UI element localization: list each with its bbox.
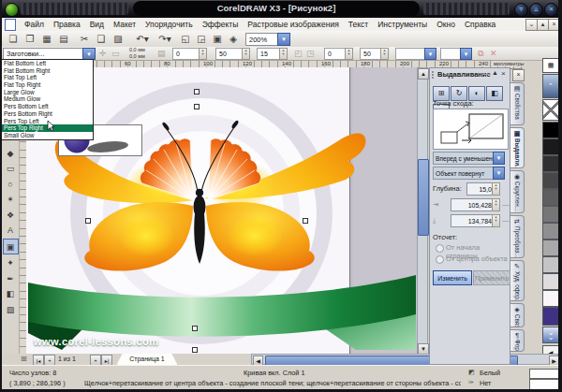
menu-tools[interactable]: Инструменты xyxy=(373,20,432,29)
docker-panel-close-icon[interactable]: × xyxy=(512,69,525,81)
new-document-icon[interactable]: ❏ xyxy=(6,32,21,46)
basic-shapes-tool[interactable]: ❖ xyxy=(4,208,18,222)
selection-handle[interactable] xyxy=(194,89,200,94)
extrude-type-arrow[interactable]: ▼ xyxy=(493,152,505,165)
palette-no-color-swatch[interactable] xyxy=(542,99,559,121)
docker-tab-links[interactable]: ◈Связ... xyxy=(510,303,525,327)
fade-spinner[interactable]: ▲▼ xyxy=(345,48,353,60)
palette-menu-icon[interactable]: ▦ xyxy=(542,58,559,73)
clear-shadow-icon[interactable]: ✕ xyxy=(490,49,497,58)
menu-view[interactable]: Вид xyxy=(85,20,109,29)
menu-file[interactable]: Файл xyxy=(20,20,49,29)
close-button[interactable]: × xyxy=(544,3,558,17)
selection-handle[interactable] xyxy=(192,347,198,353)
vp-x-field[interactable]: 105,428 xyxy=(451,198,495,211)
application-launcher-icon[interactable]: ▣ xyxy=(210,32,225,46)
export-icon[interactable]: ◲ xyxy=(194,32,209,46)
origin-object-radio[interactable] xyxy=(436,255,444,264)
vp-y-field[interactable]: 134,784 xyxy=(451,214,495,227)
zoom-dropdown-arrow[interactable]: ▼ xyxy=(277,33,290,46)
origin-object-label[interactable]: От центра объекта xyxy=(446,254,508,263)
vp-property-combo[interactable]: Объект повернут xyxy=(433,167,495,180)
paste-icon[interactable]: ▨ xyxy=(111,32,126,46)
docker-tab-properties[interactable]: ▤Свойства xyxy=(510,82,525,125)
palette-swatch[interactable] xyxy=(542,138,559,155)
selection-handle[interactable] xyxy=(303,218,308,224)
origin-page-radio[interactable] xyxy=(436,244,444,253)
menu-help[interactable]: Справка xyxy=(460,20,500,29)
opacity-spinner[interactable]: ▲▼ xyxy=(242,48,250,60)
menu-window[interactable]: Окно xyxy=(432,20,460,29)
text-tool[interactable]: A xyxy=(4,224,18,238)
docker-tab-transformations[interactable]: ⇄Преобраз... xyxy=(510,215,525,258)
depth-spinner[interactable]: ▲▼ xyxy=(492,182,500,196)
undo-icon[interactable]: ↶▾ xyxy=(131,32,154,46)
outline-tool[interactable]: ✒ xyxy=(4,271,18,285)
palette-swatch[interactable] xyxy=(542,240,559,256)
menu-edit[interactable]: Правка xyxy=(49,20,85,29)
print-icon[interactable]: ▤ xyxy=(56,32,71,46)
zoom-level-field[interactable]: 200% xyxy=(245,33,280,46)
vp-x-spinner[interactable]: ▲▼ xyxy=(492,198,500,211)
feather-direction-icon[interactable]: ◰ xyxy=(294,49,303,58)
copy-icon[interactable]: ❑ xyxy=(94,32,109,46)
palette-swatch[interactable] xyxy=(542,172,559,189)
apply-button[interactable]: Применить xyxy=(473,270,510,285)
extrude-color-icon[interactable]: ◧ xyxy=(486,86,503,101)
vertical-scroll-thumb[interactable] xyxy=(418,159,429,236)
selection-handle[interactable] xyxy=(192,326,198,331)
palette-swatch[interactable] xyxy=(542,122,559,138)
shadow-color-arrow[interactable]: ▼ xyxy=(424,48,436,60)
vp-property-arrow[interactable]: ▼ xyxy=(493,167,505,180)
scroll-up-icon[interactable]: ▲ xyxy=(418,68,429,80)
rectangle-tool[interactable]: ▭ xyxy=(4,162,18,176)
feather-spinner[interactable]: ▲▼ xyxy=(279,48,288,60)
maximize-button[interactable]: ▵ xyxy=(529,3,543,17)
fill-color-swatch[interactable] xyxy=(529,369,559,379)
menu-layout[interactable]: Макет xyxy=(109,20,140,29)
palette-scroll-down-icon[interactable]: ⌄⌄ xyxy=(542,327,559,343)
window-menu-button[interactable] xyxy=(5,3,19,17)
redo-icon[interactable]: ↷▾ xyxy=(154,32,176,46)
palette-swatch[interactable] xyxy=(542,155,559,172)
palette-swatch[interactable] xyxy=(542,307,559,326)
preset-option[interactable]: Large Glow xyxy=(2,89,93,96)
import-icon[interactable]: ◱ xyxy=(178,32,193,46)
extrude-type-combo[interactable]: Вперед с уменьшением xyxy=(433,152,495,165)
minimize-button[interactable]: ▿ xyxy=(514,3,528,17)
selection-handle[interactable] xyxy=(85,218,91,224)
docker-tab-format[interactable]: ¶Формат xyxy=(510,329,525,352)
corel-online-icon[interactable]: ◈ xyxy=(226,32,241,46)
menu-text[interactable]: Текст xyxy=(344,20,373,29)
edit-button[interactable]: Изменить xyxy=(433,270,472,285)
feather-edge-icon[interactable]: ◳ xyxy=(306,49,315,58)
docker-tab-extrude[interactable]: ▣Выдавли... xyxy=(510,127,525,168)
copy-shadow-icon[interactable]: ⧉ xyxy=(478,49,483,59)
depth-field[interactable]: 15,0 xyxy=(466,182,495,196)
shadow-color-swatch-2[interactable] xyxy=(440,48,461,60)
selection-handle[interactable] xyxy=(194,104,200,109)
cut-icon[interactable]: ✂ xyxy=(77,32,92,46)
palette-swatch[interactable] xyxy=(542,290,559,307)
interactive-fill-tool[interactable]: ▨ xyxy=(4,302,18,316)
vertical-scrollbar[interactable]: ▲ ▼ xyxy=(417,67,428,354)
menu-effects[interactable]: Эффекты xyxy=(198,20,244,29)
preset-option[interactable]: Flat Top Right xyxy=(2,81,93,89)
menu-arrange[interactable]: Упорядочить xyxy=(140,20,198,29)
docker-drag-handle[interactable] xyxy=(432,71,436,79)
preset-option[interactable]: Pers Bottom Right xyxy=(2,110,93,118)
docker-tab-fillet[interactable]: ◉Скруглен... xyxy=(510,170,525,213)
preset-option[interactable]: Pers Bottom Left xyxy=(2,103,93,110)
palette-swatch[interactable] xyxy=(542,206,559,223)
palette-swatch[interactable] xyxy=(542,256,559,273)
palette-swatch[interactable] xyxy=(542,223,559,240)
fill-tool[interactable]: ◧ xyxy=(4,287,18,301)
eyedropper-tool[interactable]: ✦ xyxy=(4,256,18,270)
stretch-spinner[interactable]: ▲▼ xyxy=(380,48,389,60)
interactive-dropshadow-tool[interactable]: ▣ xyxy=(3,239,19,254)
preset-option[interactable]: Flat Bottom Right xyxy=(2,67,93,75)
open-icon[interactable]: ❐ xyxy=(22,32,37,46)
angle-spinner[interactable]: ▲▼ xyxy=(199,48,207,60)
shadow-color-arrow-2[interactable]: ▼ xyxy=(460,48,472,60)
save-icon[interactable]: ▦ xyxy=(39,32,54,46)
